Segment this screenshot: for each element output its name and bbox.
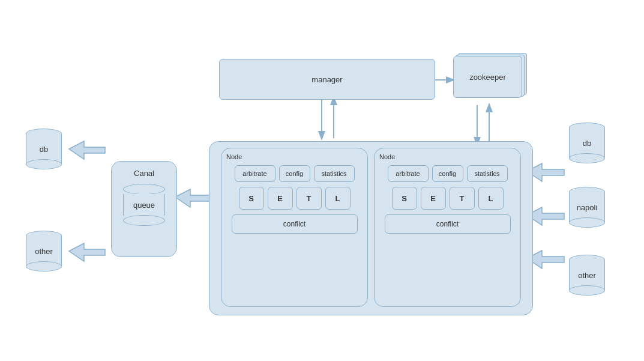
node1-arbitrate: arbitrate — [235, 165, 275, 182]
other-left-cylinder: other — [23, 227, 65, 275]
zookeeper-box: zookeeper — [453, 56, 522, 98]
napoli-cylinder: napoli — [566, 183, 608, 231]
node1-box: Node arbitrate config statistics S — [221, 148, 368, 307]
node2-s: S — [392, 187, 417, 210]
other-right-cylinder: other — [566, 251, 608, 299]
node2-label: Node — [379, 153, 395, 160]
queue-label: queue — [133, 201, 155, 210]
manager-label: manager — [311, 75, 342, 84]
canal-box: Canal queue — [111, 161, 177, 257]
node1-l: L — [325, 187, 351, 210]
db-right-cylinder: db — [566, 119, 608, 167]
node2-box: Node arbitrate config statistics S — [374, 148, 521, 307]
other-right-label: other — [578, 271, 596, 280]
db-right-label: db — [583, 139, 591, 148]
zookeeper-area: zookeeper — [453, 56, 522, 98]
zookeeper-label: zookeeper — [469, 73, 506, 82]
node2-arbitrate: arbitrate — [388, 165, 429, 182]
node1-statistics: statistics — [314, 165, 355, 182]
other-left-label: other — [35, 247, 53, 256]
db-left-label: db — [40, 145, 48, 154]
node-cluster: Node arbitrate config statistics S — [209, 141, 533, 315]
node1-config: config — [279, 165, 310, 182]
svg-marker-2 — [175, 189, 210, 207]
svg-marker-1 — [69, 243, 105, 261]
node1-conflict: conflict — [232, 214, 358, 234]
node2-conflict: conflict — [385, 214, 511, 234]
napoli-label: napoli — [577, 203, 598, 212]
node2-statistics: statistics — [467, 165, 508, 182]
node2-e: E — [421, 187, 446, 210]
node1-s: S — [239, 187, 264, 210]
manager-box: manager — [219, 59, 435, 100]
node2-l: L — [478, 187, 504, 210]
canal-label: Canal — [134, 169, 154, 178]
queue-cylinder: queue — [120, 184, 168, 226]
architecture-diagram: db other Canal queue manager zookeeper — [0, 0, 644, 361]
node1-e: E — [268, 187, 293, 210]
svg-marker-0 — [69, 141, 105, 159]
node2-t: T — [450, 187, 475, 210]
node1-t: T — [296, 187, 322, 210]
db-left-cylinder: db — [23, 125, 65, 173]
node1-label: Node — [226, 153, 242, 160]
node2-config: config — [432, 165, 463, 182]
